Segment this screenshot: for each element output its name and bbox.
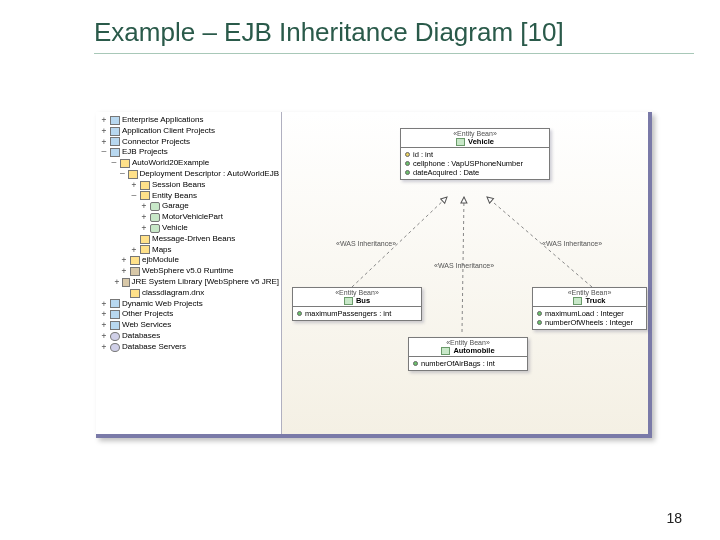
stereotype-label: «Entity Bean» <box>539 289 640 296</box>
tree-item[interactable]: +JRE System Library [WebSphere v5 JRE] <box>98 277 279 288</box>
db-icon <box>110 332 120 341</box>
tree-item[interactable]: +Session Beans <box>98 180 279 191</box>
uml-class-bus[interactable]: «Entity Bean» Bus maximumPassengers : in… <box>292 287 422 321</box>
visibility-icon <box>405 161 410 166</box>
tree-item[interactable]: +Connector Projects <box>98 137 279 148</box>
tree-item[interactable]: +Maps <box>98 245 279 256</box>
entity-bean-icon <box>456 138 465 146</box>
folder-icon <box>140 191 150 200</box>
folder-icon <box>140 245 150 254</box>
folder-icon <box>140 235 150 244</box>
tree-item[interactable]: +Web Services <box>98 320 279 331</box>
attribute-text: dateAcquired : Date <box>413 168 479 177</box>
visibility-icon <box>405 152 410 157</box>
expand-toggle-icon[interactable]: – <box>100 147 108 158</box>
project-explorer: +Enterprise Applications+Application Cli… <box>96 112 282 434</box>
proj-icon <box>110 310 120 319</box>
tree-item[interactable]: +Enterprise Applications <box>98 115 279 126</box>
tree-item[interactable]: Message-Driven Beans <box>98 234 279 245</box>
expand-toggle-icon[interactable]: + <box>130 245 138 256</box>
expand-toggle-icon[interactable]: + <box>100 309 108 320</box>
tree-item[interactable]: +MotorVehiclePart <box>98 212 279 223</box>
tree-item-label: Session Beans <box>152 180 205 191</box>
tree-item[interactable]: –Deployment Descriptor : AutoWorldEJB <box>98 169 279 180</box>
uml-class-automobile[interactable]: «Entity Bean» Automobile numberOfAirBags… <box>408 337 528 371</box>
class-name: Truck <box>585 296 605 305</box>
entity-bean-icon <box>344 297 353 305</box>
expand-toggle-icon[interactable]: + <box>100 342 108 353</box>
visibility-icon <box>537 311 542 316</box>
expand-toggle-icon[interactable]: + <box>100 115 108 126</box>
figure-frame: +Enterprise Applications+Application Cli… <box>96 112 652 438</box>
attribute-text: cellphone : VapUSPhoneNumber <box>413 159 523 168</box>
tree-item[interactable]: +Dynamic Web Projects <box>98 299 279 310</box>
expand-toggle-icon[interactable]: + <box>120 266 128 277</box>
attrs-vehicle: id : intcellphone : VapUSPhoneNumberdate… <box>401 148 549 179</box>
tree-item[interactable]: +WebSphere v5.0 Runtime <box>98 266 279 277</box>
expand-toggle-icon[interactable]: – <box>119 169 126 180</box>
expand-toggle-icon[interactable]: + <box>100 137 108 148</box>
tree-item-label: Database Servers <box>122 342 186 353</box>
expand-toggle-icon[interactable]: + <box>100 320 108 331</box>
page-number: 18 <box>666 510 682 526</box>
db-icon <box>110 343 120 352</box>
tree-item[interactable]: +ejbModule <box>98 255 279 266</box>
stereotype-label: «Entity Bean» <box>407 130 543 137</box>
expand-toggle-icon[interactable]: – <box>110 158 118 169</box>
proj-icon <box>110 321 120 330</box>
expand-toggle-icon[interactable]: + <box>100 299 108 310</box>
tree-item[interactable]: +Database Servers <box>98 342 279 353</box>
tree-item-label: Enterprise Applications <box>122 115 203 126</box>
folder-icon <box>130 289 140 298</box>
expand-toggle-icon[interactable]: + <box>120 255 128 266</box>
tree-item-label: Entity Beans <box>152 191 197 202</box>
tree-item-label: Connector Projects <box>122 137 190 148</box>
proj-icon <box>110 148 120 157</box>
expand-toggle-icon[interactable]: + <box>100 126 108 137</box>
class-name: Vehicle <box>468 137 494 146</box>
stereotype-label: «Entity Bean» <box>415 339 521 346</box>
visibility-icon <box>297 311 302 316</box>
expand-toggle-icon[interactable]: + <box>114 277 120 288</box>
tree-item[interactable]: +Other Projects <box>98 309 279 320</box>
slide-title: Example – EJB Inheritance Diagram [10] <box>94 0 694 54</box>
expand-toggle-icon[interactable]: + <box>100 331 108 342</box>
expand-toggle-icon[interactable]: + <box>140 201 148 212</box>
tree-item[interactable]: +Vehicle <box>98 223 279 234</box>
tree-item[interactable]: classdiagram.dnx <box>98 288 279 299</box>
tree-item-label: Vehicle <box>162 223 188 234</box>
tree-item-label: WebSphere v5.0 Runtime <box>142 266 233 277</box>
tree-item[interactable]: +Application Client Projects <box>98 126 279 137</box>
tree-item[interactable]: +Databases <box>98 331 279 342</box>
folder-icon <box>120 159 130 168</box>
inheritance-label: «WAS Inheritance» <box>334 240 398 247</box>
tree-item[interactable]: –Entity Beans <box>98 191 279 202</box>
diagram-canvas: «Entity Bean» Vehicle id : intcellphone … <box>282 112 648 434</box>
tree-item[interactable]: –AutoWorld20Example <box>98 158 279 169</box>
attrs-automobile: numberOfAirBags : int <box>409 357 527 370</box>
proj-icon <box>110 127 120 136</box>
folder-icon <box>130 256 140 265</box>
uml-attribute: dateAcquired : Date <box>405 168 545 177</box>
jar-icon <box>130 267 140 276</box>
expand-toggle-icon[interactable]: + <box>140 223 148 234</box>
tree-item-label: Maps <box>152 245 172 256</box>
attribute-text: id : int <box>413 150 433 159</box>
tree-item-label: Web Services <box>122 320 171 331</box>
tree-item-label: Application Client Projects <box>122 126 215 137</box>
uml-class-vehicle[interactable]: «Entity Bean» Vehicle id : intcellphone … <box>400 128 550 180</box>
uml-attribute: maximumPassengers : int <box>297 309 417 318</box>
folder-icon <box>140 181 150 190</box>
tree-item[interactable]: +Garage <box>98 201 279 212</box>
tree-item-label: classdiagram.dnx <box>142 288 204 299</box>
entity-bean-icon <box>573 297 582 305</box>
expand-toggle-icon[interactable]: + <box>130 180 138 191</box>
expand-toggle-icon[interactable]: + <box>140 212 148 223</box>
visibility-icon <box>413 361 418 366</box>
attrs-bus: maximumPassengers : int <box>293 307 421 320</box>
expand-toggle-icon[interactable]: – <box>130 191 138 202</box>
uml-class-truck[interactable]: «Entity Bean» Truck maximumLoad : Intege… <box>532 287 647 330</box>
visibility-icon <box>405 170 410 175</box>
tree-item-label: JRE System Library [WebSphere v5 JRE] <box>132 277 279 288</box>
tree-item[interactable]: –EJB Projects <box>98 147 279 158</box>
